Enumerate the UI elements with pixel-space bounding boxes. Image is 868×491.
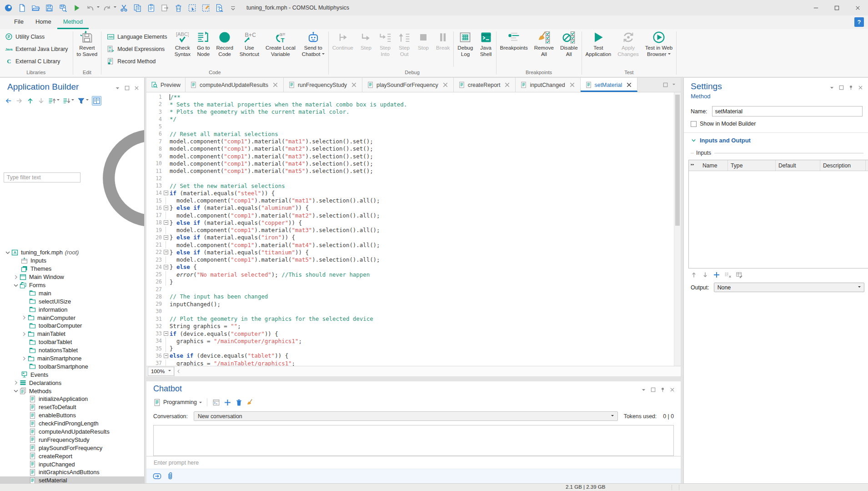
tree-item-information[interactable]: information: [0, 305, 144, 314]
ribbon-button-use-shortcut[interactable]: B+C Use Shortcut: [236, 29, 262, 69]
fold-collapse-icon[interactable]: [164, 191, 168, 195]
pane-float-icon[interactable]: [662, 82, 668, 88]
move-up-icon[interactable]: [48, 97, 56, 105]
zoom-level-select[interactable]: 100%: [148, 367, 174, 376]
editor-tab-computeAndUpdateResults[interactable]: computeAndUpdateResults: [186, 78, 284, 92]
chevron-down-icon[interactable]: [672, 84, 675, 86]
panel-pin-icon[interactable]: [848, 85, 854, 91]
arrow-up-icon[interactable]: [26, 97, 34, 105]
fold-collapse-icon[interactable]: [164, 331, 168, 336]
tree-item-Forms[interactable]: Forms: [0, 281, 144, 289]
chatbot-mode-dropdown[interactable]: Programming: [153, 399, 202, 406]
close-tab-icon[interactable]: [351, 81, 357, 88]
editor-tab-createReport[interactable]: createReport: [454, 78, 516, 92]
arrow-down-icon[interactable]: [37, 97, 45, 105]
tree-item-selectUISize[interactable]: selectUISize: [0, 297, 144, 305]
panel-close-icon[interactable]: [134, 85, 140, 91]
fold-collapse-icon[interactable]: [164, 206, 168, 210]
tree-item-runFrequencyStudy[interactable]: runFrequencyStudy: [0, 435, 144, 444]
tree-item-Inputs[interactable]: Inputs: [0, 257, 144, 265]
save-search-icon[interactable]: [59, 4, 67, 12]
paste-go-icon[interactable]: [161, 4, 169, 12]
filter-icon[interactable]: [77, 97, 85, 105]
comsol-logo-icon[interactable]: [4, 4, 13, 12]
fold-collapse-icon[interactable]: [164, 220, 168, 225]
tree-item-checkFindProngLength[interactable]: checkFindProngLength: [0, 420, 144, 428]
expander-open-icon[interactable]: [5, 249, 11, 256]
ribbon-button-java-shell[interactable]: Java Shell: [477, 29, 496, 69]
expander-closed-icon[interactable]: [13, 274, 19, 280]
column-header-type[interactable]: Type: [728, 160, 776, 171]
delete-conversation-icon[interactable]: [235, 399, 243, 406]
copy-icon[interactable]: [133, 4, 142, 12]
fold-collapse-icon[interactable]: [164, 250, 168, 254]
send-icon[interactable]: [153, 472, 161, 481]
run-icon[interactable]: [72, 4, 81, 12]
panel-float-icon[interactable]: [838, 85, 844, 91]
chevron-down-icon[interactable]: [97, 6, 100, 9]
open-file-icon[interactable]: [31, 4, 40, 12]
select-marquee-icon[interactable]: [188, 4, 196, 12]
horizontal-scrollbar[interactable]: [174, 366, 681, 376]
delete-icon[interactable]: [174, 4, 183, 12]
column-header-description[interactable]: Description: [820, 160, 866, 171]
redo-icon[interactable]: [103, 4, 111, 12]
edit-table-icon[interactable]: [736, 271, 743, 278]
tree-item-mainComputer[interactable]: mainComputer: [0, 314, 144, 322]
expander-open-icon[interactable]: [13, 282, 19, 289]
move-row-up-icon[interactable]: [690, 271, 697, 278]
ribbon-button-test-application[interactable]: Test Application: [582, 29, 615, 69]
tree-filter-input[interactable]: [4, 172, 80, 182]
win-minimize-button[interactable]: [805, 0, 826, 15]
fold-collapse-icon[interactable]: [164, 235, 168, 240]
tree-item-enableButtons[interactable]: enableButtons: [0, 411, 144, 420]
clear-icon[interactable]: [246, 399, 254, 406]
tree-item-Events[interactable]: Events: [0, 370, 144, 379]
panel-menu-icon[interactable]: [641, 387, 647, 393]
expander-closed-icon[interactable]: [21, 355, 27, 362]
code-editor[interactable]: 1 /** 2 * Sets the material properties w…: [146, 92, 681, 366]
prompt-input[interactable]: Enter prompt here: [146, 456, 681, 469]
method-name-input[interactable]: [712, 106, 863, 116]
refresh-icon[interactable]: [83, 109, 145, 246]
ribbon-button-disable-all[interactable]: Disable All: [557, 29, 581, 69]
arrow-right-icon[interactable]: [15, 97, 23, 105]
tree-item-initializeApplication[interactable]: initializeApplication: [0, 395, 144, 403]
chevron-down-icon[interactable]: [57, 99, 60, 102]
ribbon-button-remove-all[interactable]: Remove All: [531, 29, 557, 69]
tree-item-computeAndUpdateResults[interactable]: computeAndUpdateResults: [0, 428, 144, 436]
chevron-down-icon[interactable]: [114, 6, 116, 9]
inputs-table[interactable]: NameTypeDefaultDescriptionUnits: [688, 160, 868, 268]
collapse-ribbon-icon[interactable]: [229, 4, 237, 12]
expander-closed-icon[interactable]: [13, 380, 19, 386]
inputs-and-output-section-header[interactable]: Inputs and Output: [684, 133, 868, 144]
editor-tab-Preview[interactable]: Preview: [146, 78, 186, 92]
ribbon-button-language-elements[interactable]: ABCLanguage Elements: [105, 30, 168, 43]
ribbon-button-check-syntax[interactable]: [ABC] Check Syntax: [171, 29, 194, 69]
ribbon-button-record-code[interactable]: Record Code: [213, 29, 236, 69]
tree-item-mainTablet[interactable]: mainTablet: [0, 330, 144, 338]
fold-collapse-icon[interactable]: [164, 265, 168, 269]
editor-tab-setMaterial[interactable]: setMaterial: [581, 78, 638, 92]
ribbon-button-revert-to-saved[interactable]: Revert to Saved: [74, 29, 101, 69]
scroll-left-icon[interactable]: [176, 368, 182, 375]
chevron-down-icon[interactable]: [86, 99, 89, 102]
scrollbar-thumb[interactable]: [675, 95, 680, 226]
ribbon-button-go-to-node[interactable]: Go to Node: [194, 29, 213, 69]
ribbon-tab-method[interactable]: Method: [57, 15, 89, 29]
column-header-default[interactable]: Default: [776, 160, 820, 171]
ribbon-button-create-local-variable[interactable]: a=T Create Local Variable: [262, 29, 299, 69]
tree-item-Main Window[interactable]: Main Window: [0, 273, 144, 281]
chevron-down-icon[interactable]: [71, 99, 74, 102]
ribbon-button-record-method[interactable]: Record Method: [105, 55, 168, 67]
win-close-button[interactable]: [847, 0, 868, 15]
win-maximize-button[interactable]: [826, 0, 847, 15]
tree-item-createReport[interactable]: createReport: [0, 452, 144, 460]
tree-item-Declarations[interactable]: Declarations: [0, 379, 144, 387]
show-in-model-builder-checkbox[interactable]: [691, 121, 697, 127]
ribbon-button-utility-class[interactable]: Utility Class: [4, 30, 70, 43]
ribbon-button-breakpoints[interactable]: Breakpoints: [497, 29, 531, 69]
undo-icon[interactable]: [86, 4, 95, 12]
add-conversation-icon[interactable]: [224, 399, 231, 406]
tree-item-notationsTablet[interactable]: notationsTablet: [0, 346, 144, 354]
